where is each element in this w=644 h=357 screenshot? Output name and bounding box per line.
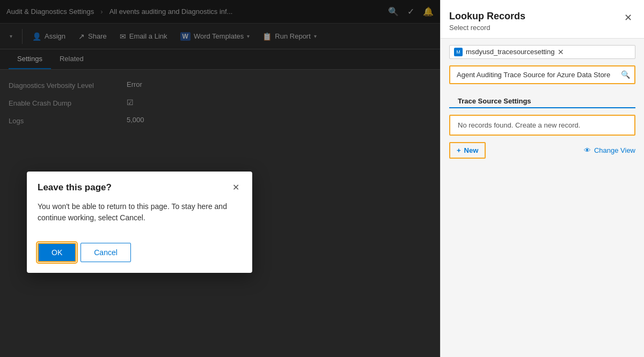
leave-page-dialog: Leave this page? ✕ You won't be able to … <box>27 172 252 273</box>
lookup-close-button[interactable]: ✕ <box>621 11 635 25</box>
dialog-message: You won't be able to return to this page… <box>38 201 241 224</box>
lookup-header: Lookup Records Select record ✕ <box>441 0 644 39</box>
lookup-header-text: Lookup Records Select record <box>449 11 525 32</box>
dialog-header: Leave this page? ✕ <box>27 172 252 201</box>
lookup-subtitle: Select record <box>449 24 525 32</box>
new-record-button[interactable]: + New <box>449 142 486 159</box>
dialog-footer: OK Cancel <box>27 234 252 273</box>
no-records-message: No records found. Create a new record. <box>449 115 635 136</box>
lookup-actions-row: + New 👁 Change View <box>441 136 644 159</box>
lookup-search-input[interactable] <box>449 65 635 84</box>
tag-remove-button[interactable]: ✕ <box>558 48 564 56</box>
main-area: Audit & Diagnostics Settings › All event… <box>0 0 440 357</box>
lookup-tag-chip: M msdyusd_tracesourcesetting ✕ <box>449 45 635 59</box>
plus-icon: + <box>457 146 461 154</box>
section-title: Trace Source Settings <box>449 91 635 108</box>
section-container: Trace Source Settings <box>441 91 644 108</box>
tag-entity-icon: M <box>454 48 463 56</box>
view-icon: 👁 <box>584 146 591 154</box>
change-view-button[interactable]: 👁 Change View <box>584 146 635 154</box>
cancel-button[interactable]: Cancel <box>80 243 131 262</box>
dialog-body: You won't be able to return to this page… <box>27 201 252 234</box>
ok-button[interactable]: OK <box>38 243 76 262</box>
change-view-label: Change View <box>594 146 635 154</box>
dialog-close-button[interactable]: ✕ <box>230 180 241 195</box>
dialog-title: Leave this page? <box>38 182 112 193</box>
lookup-panel: Lookup Records Select record ✕ M msdyusd… <box>440 0 644 357</box>
tag-label: msdyusd_tracesourcesetting <box>466 48 554 56</box>
search-container: 🔍 <box>449 65 635 84</box>
search-icon[interactable]: 🔍 <box>621 70 630 79</box>
lookup-title: Lookup Records <box>449 11 525 23</box>
new-label: New <box>464 146 479 154</box>
